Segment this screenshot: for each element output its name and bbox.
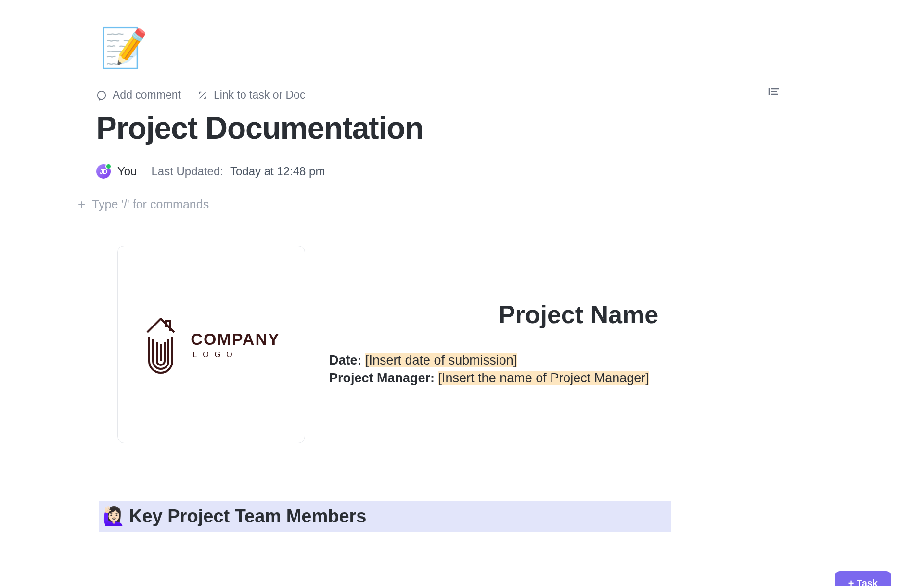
date-value: [Insert date of submission] [365,353,517,367]
date-label: Date: [329,353,362,367]
link-task-button[interactable]: Link to task or Doc [197,89,305,102]
logo-word: LOGO [191,351,280,359]
add-comment-label: Add comment [113,89,181,102]
updated-label: Last Updated: [152,165,223,178]
document-page: 📝 Add comment Link to task or Doc Projec… [0,0,924,532]
link-task-label: Link to task or Doc [214,89,305,102]
meta-row: JD You Last Updated: Today at 12:48 pm [96,164,828,179]
add-task-floating-button[interactable]: + Task [835,571,891,586]
project-name-heading[interactable]: Project Name [329,300,828,329]
table-of-contents-button[interactable] [768,87,780,98]
page-title[interactable]: Project Documentation [96,110,828,146]
author-name: You [117,165,137,178]
plus-icon[interactable]: + [78,197,85,212]
date-line[interactable]: Date: [Insert date of submission] [329,353,828,368]
company-logo-text: COMPANY LOGO [191,330,280,359]
pm-label: Project Manager: [329,371,435,385]
link-icon [197,90,208,101]
comment-icon [96,90,107,101]
add-comment-button[interactable]: Add comment [96,89,181,102]
project-block: COMPANY LOGO Project Name Date: [Insert … [117,246,828,443]
company-logo: COMPANY LOGO [142,313,280,376]
raising-hand-icon: 🙋🏻‍♀️ [103,506,125,527]
command-input-row[interactable]: + Type '/' for commands [78,197,828,212]
company-logo-card[interactable]: COMPANY LOGO [117,246,305,443]
team-members-heading[interactable]: 🙋🏻‍♀️ Key Project Team Members [99,501,671,532]
author-avatar[interactable]: JD [96,164,111,179]
add-task-label: + Task [848,578,878,586]
project-info: Project Name Date: [Insert date of submi… [329,300,828,389]
command-placeholder: Type '/' for commands [92,197,209,211]
memo-icon[interactable]: 📝 [100,29,148,77]
toc-icon [768,87,780,96]
pm-line[interactable]: Project Manager: [Insert the name of Pro… [329,371,828,386]
svg-point-0 [98,91,106,99]
pm-value: [Insert the name of Project Manager] [438,371,649,385]
company-word: COMPANY [191,330,280,349]
top-actions: Add comment Link to task or Doc [96,89,828,102]
updated-value: Today at 12:48 pm [230,165,325,178]
company-logo-icon [142,313,179,376]
team-heading-text: Key Project Team Members [129,506,367,527]
